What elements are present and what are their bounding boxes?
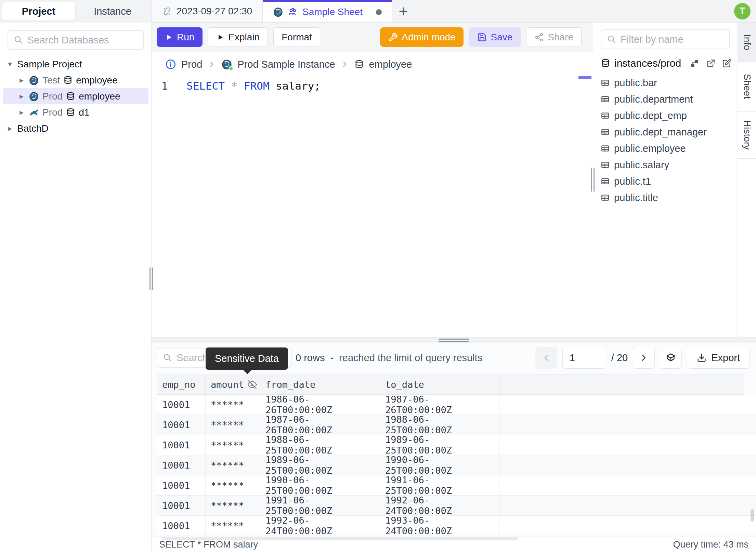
table-cell: 10001 xyxy=(157,455,206,475)
table-row[interactable]: 10001******1989-06-25T00:00:00Z1990-06-2… xyxy=(157,455,756,475)
breadcrumb-instance[interactable]: Prod Sample Instance xyxy=(237,59,335,70)
limit-note: reached the limit of query results xyxy=(339,352,482,364)
table-cell: 1987-06-26T00:00:00Z xyxy=(260,415,380,435)
vtab-history[interactable]: History xyxy=(738,111,756,159)
caret-right-icon[interactable]: ▸ xyxy=(18,92,25,101)
table-cell: 1990-06-25T00:00:00Z xyxy=(260,475,380,495)
external-link-icon[interactable] xyxy=(706,59,715,68)
sheet-tab-sample-sheet[interactable]: Sample Sheet xyxy=(263,0,392,22)
people-group-icon xyxy=(288,7,298,17)
admin-mode-button[interactable]: Admin mode xyxy=(380,27,464,47)
tab-project[interactable]: Project xyxy=(2,2,75,21)
share-button[interactable]: Share xyxy=(526,27,582,47)
horizontal-scrollbar[interactable] xyxy=(162,537,518,540)
minimap-line-marker xyxy=(578,76,591,79)
chevron-right-icon xyxy=(340,60,349,69)
main-column: 2023-09-27 02:30 Sample Sheet T Run xyxy=(152,0,756,552)
tree-item-prod-d1[interactable]: ▸ Prod d1 xyxy=(3,104,148,120)
vtab-info[interactable]: Info xyxy=(738,23,756,62)
database-icon xyxy=(66,92,75,101)
table-list-item[interactable]: public.employee xyxy=(593,140,738,157)
table-row[interactable]: 10001******1987-06-26T00:00:00Z1988-06-2… xyxy=(157,415,756,435)
column-header-amount[interactable]: amount xyxy=(206,374,260,395)
info-icon[interactable] xyxy=(165,59,176,70)
table-list-item[interactable]: public.title xyxy=(593,189,738,206)
vtab-sheet[interactable]: Sheet xyxy=(738,62,756,111)
results-table-header: emp_no amount from_date to_date xyxy=(157,374,756,395)
tab-instance[interactable]: Instance xyxy=(76,2,149,21)
sidebar-resize-handle[interactable] xyxy=(149,267,153,290)
environment-label: Prod xyxy=(42,107,63,118)
caret-right-icon[interactable]: ▸ xyxy=(6,124,14,133)
page-number-input[interactable] xyxy=(562,347,606,369)
sidebar-tab-strip: Project Instance xyxy=(0,0,151,23)
table-cell: ****** xyxy=(206,496,260,515)
database-tree: ▾ Sample Project ▸ Test employee ▸ Prod … xyxy=(0,55,151,138)
schema-diagram-icon[interactable] xyxy=(690,59,699,68)
table-list-item[interactable]: public.t1 xyxy=(593,173,738,189)
caret-down-icon[interactable]: ▾ xyxy=(6,60,14,69)
export-button[interactable]: Export xyxy=(687,347,750,369)
filter-by-name-input[interactable] xyxy=(621,34,750,45)
table-list-item[interactable]: public.bar xyxy=(593,75,738,91)
connection-row: instances/prod xyxy=(601,57,730,69)
table-row[interactable]: 10001******1990-06-25T00:00:00Z1991-06-2… xyxy=(157,475,756,496)
table-list-item[interactable]: public.salary xyxy=(593,157,738,173)
eye-off-icon[interactable] xyxy=(248,380,257,389)
column-header-emp-no[interactable]: emp_no xyxy=(157,374,206,395)
search-icon xyxy=(14,35,23,45)
tree-item-sample-project[interactable]: ▾ Sample Project xyxy=(3,56,148,72)
user-avatar[interactable]: T xyxy=(734,3,751,19)
table-list-item[interactable]: public.dept_emp xyxy=(593,107,738,124)
table-icon xyxy=(601,95,610,104)
column-header-from-date[interactable]: from_date xyxy=(260,374,380,395)
sql-editor[interactable]: Prod Prod Sample Instance employee xyxy=(152,52,593,337)
breadcrumb-environment[interactable]: Prod xyxy=(181,59,202,70)
code-line-1: 1 SELECT * FROM salary; xyxy=(152,78,593,94)
format-button[interactable]: Format xyxy=(273,27,320,47)
explain-button[interactable]: Explain xyxy=(208,27,268,47)
table-list-item[interactable]: public.dept_manager xyxy=(593,124,738,140)
next-page-button[interactable] xyxy=(633,347,655,369)
run-button[interactable]: Run xyxy=(157,27,203,47)
tree-item-test-employee[interactable]: ▸ Test employee xyxy=(3,72,148,88)
table-list-item[interactable]: public.department xyxy=(593,91,738,107)
save-button[interactable]: Save xyxy=(469,27,521,47)
database-search-input[interactable] xyxy=(27,35,156,46)
edit-icon[interactable] xyxy=(722,59,731,68)
search-icon xyxy=(163,353,172,363)
environment-label: Prod xyxy=(42,91,63,102)
postgres-icon xyxy=(29,91,39,102)
database-icon xyxy=(601,58,610,68)
caret-right-icon[interactable]: ▸ xyxy=(18,76,25,85)
table-cell: ****** xyxy=(206,516,260,536)
prev-page-button[interactable] xyxy=(535,347,557,369)
table-icon xyxy=(601,128,610,136)
table-row[interactable]: 10001******1991-06-25T00:00:00Z1992-06-2… xyxy=(157,496,756,516)
vertical-scrollbar[interactable] xyxy=(751,509,754,522)
breadcrumb-database[interactable]: employee xyxy=(369,59,412,70)
table-row[interactable]: 10001******1992-06-24T00:00:00Z1993-06-2… xyxy=(157,516,756,536)
panel-resize-handle[interactable] xyxy=(591,168,595,192)
table-cell: ****** xyxy=(206,435,260,455)
table-row[interactable]: 10001******1988-06-25T00:00:00Z1989-06-2… xyxy=(157,435,756,455)
sheet-tab-datetime[interactable]: 2023-09-27 02:30 xyxy=(152,0,263,22)
table-cell: 10001 xyxy=(157,516,206,536)
pagination: / 20 Export xyxy=(535,347,750,369)
column-header-to-date[interactable]: to_date xyxy=(380,374,500,395)
caret-right-icon[interactable]: ▸ xyxy=(18,108,25,117)
mysql-icon xyxy=(29,107,39,118)
table-icon xyxy=(601,144,610,153)
sensitive-data-tooltip: Sensitive Data xyxy=(206,347,288,370)
visualize-button[interactable] xyxy=(660,347,682,369)
tree-item-batchd[interactable]: ▸ BatchD xyxy=(3,120,148,136)
table-cell: 1988-06-25T00:00:00Z xyxy=(260,435,380,455)
table-row[interactable]: 10001******1986-06-26T00:00:00Z1987-06-2… xyxy=(157,395,756,415)
code-area[interactable]: 1 SELECT * FROM salary; xyxy=(152,75,593,94)
results-resize-strip[interactable] xyxy=(152,337,756,343)
sheet-tab-label: Sample Sheet xyxy=(302,6,363,17)
connection-name: instances/prod xyxy=(614,57,681,69)
add-sheet-button[interactable] xyxy=(392,0,414,22)
tree-item-prod-employee[interactable]: ▸ Prod employee xyxy=(3,88,148,104)
table-icon xyxy=(601,78,610,87)
